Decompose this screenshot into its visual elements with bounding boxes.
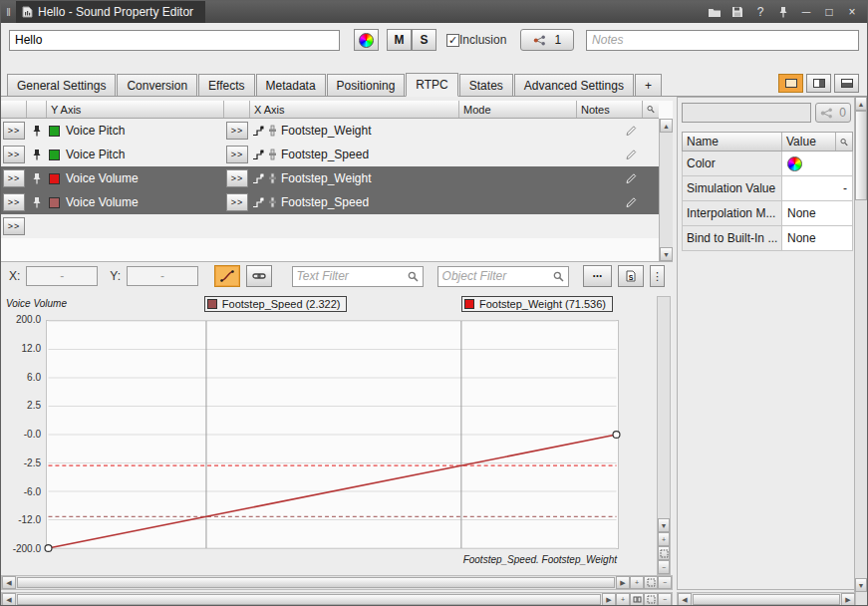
header-mode[interactable]: Mode — [459, 101, 577, 118]
minimize-icon[interactable]: ─ — [798, 4, 814, 20]
fit-view-icon[interactable] — [644, 593, 658, 606]
notes-cell[interactable] — [577, 172, 643, 184]
object-filter-input[interactable] — [442, 269, 550, 283]
header-notes[interactable]: Notes — [577, 101, 643, 118]
scroll-track[interactable] — [16, 576, 616, 589]
edit-notes-icon[interactable] — [625, 196, 637, 208]
rtpc-cursor-label[interactable]: Footstep_Speed (2.322) — [204, 296, 348, 312]
header-value[interactable]: Value — [782, 133, 836, 151]
property-value[interactable]: None — [781, 226, 853, 251]
rtpc-row-selected[interactable]: >> Voice Volume >> Footstep_Weight — [1, 166, 659, 190]
expand-row-button[interactable]: >> — [3, 193, 25, 211]
tab-general-settings[interactable]: General Settings — [7, 74, 116, 96]
rtpc-table-scrollbar[interactable]: ▲ ▼ — [659, 119, 673, 261]
table-search-icon[interactable] — [643, 101, 659, 118]
tab-add[interactable]: + — [635, 74, 662, 96]
scroll-right-icon[interactable]: ▶ — [602, 593, 616, 606]
tab-rtpc[interactable]: RTPC — [406, 73, 457, 97]
property-share-button[interactable]: 0 — [815, 103, 851, 123]
panel-horizontal-scrollbar[interactable]: ◀ ▶ — [677, 592, 856, 606]
pin-icon[interactable] — [27, 149, 47, 160]
header-y-axis[interactable]: Y Axis — [47, 101, 224, 118]
rtpc-row-empty[interactable]: >> — [1, 214, 659, 238]
link-axes-button[interactable] — [246, 265, 272, 287]
scroll-left-icon[interactable]: ◀ — [2, 576, 16, 589]
scroll-track[interactable] — [16, 593, 602, 606]
mute-button[interactable]: M — [387, 29, 412, 51]
pin-icon[interactable] — [27, 125, 47, 137]
object-name-input[interactable] — [9, 30, 340, 51]
zoom-out-icon[interactable]: − — [658, 576, 672, 589]
tab-effects[interactable]: Effects — [198, 74, 254, 96]
scroll-track[interactable] — [658, 297, 670, 518]
zoom-in-icon[interactable]: + — [616, 593, 630, 606]
object-filter-box[interactable] — [437, 266, 569, 287]
scroll-track[interactable] — [692, 593, 841, 606]
maximize-icon[interactable]: □ — [821, 4, 837, 20]
zoom-in-icon[interactable]: + — [658, 532, 670, 546]
expand-x-button[interactable]: >> — [226, 169, 248, 187]
scroll-track[interactable] — [660, 133, 673, 247]
scroll-left-icon[interactable]: ◀ — [678, 593, 692, 606]
edit-notes-icon[interactable] — [625, 125, 637, 137]
graph-vertical-scrollbar[interactable]: ▼ + − — [657, 296, 671, 575]
expand-x-button[interactable]: >> — [226, 122, 248, 140]
scroll-thumb[interactable] — [693, 594, 840, 605]
plot-area[interactable] — [46, 320, 619, 549]
graph-horizontal-scrollbar[interactable]: ◀ ▶ + − — [1, 575, 673, 590]
tab-states[interactable]: States — [459, 74, 513, 96]
color-picker-button[interactable] — [354, 29, 379, 51]
expand-row-button[interactable]: >> — [3, 122, 25, 140]
text-filter-input[interactable] — [297, 269, 405, 283]
window-vertical-scrollbar[interactable]: ▲ ▼ — [854, 97, 867, 592]
fit-width-icon[interactable] — [630, 593, 644, 606]
scroll-thumb[interactable] — [17, 594, 601, 605]
scroll-right-icon[interactable]: ▶ — [616, 576, 630, 589]
tab-conversion[interactable]: Conversion — [117, 74, 197, 96]
property-search-input[interactable] — [682, 103, 811, 123]
edit-notes-icon[interactable] — [625, 172, 637, 184]
notes-input[interactable] — [586, 30, 859, 51]
open-file-icon[interactable] — [707, 4, 723, 20]
rtpc-row[interactable]: >> Voice Pitch >> Footstep_Weight — [1, 119, 659, 143]
more-options-button[interactable]: ... — [583, 265, 613, 287]
table-search-icon[interactable] — [836, 133, 852, 151]
y-coordinate-input[interactable] — [127, 266, 198, 286]
expand-row-button[interactable]: >> — [3, 169, 25, 187]
x-coordinate-input[interactable] — [26, 266, 98, 286]
tab-metadata[interactable]: Metadata — [256, 74, 326, 96]
inclusion-checkbox[interactable]: ✓ — [446, 34, 459, 47]
scroll-track[interactable] — [855, 200, 867, 578]
menu-dots-button[interactable]: ⋮ — [650, 265, 665, 287]
edit-notes-icon[interactable] — [625, 149, 637, 160]
scroll-down-icon[interactable]: ▼ — [660, 247, 673, 261]
notes-cell[interactable] — [577, 149, 643, 160]
doc-s-button[interactable]: S — [618, 265, 644, 287]
curve-mode-toggle[interactable] — [214, 265, 240, 287]
view-mode-split-horizontal-button[interactable] — [834, 74, 859, 93]
save-icon[interactable] — [729, 4, 745, 20]
color-wheel-icon[interactable] — [787, 156, 802, 171]
header-x-axis[interactable]: X Axis — [250, 101, 459, 118]
zoom-out-icon[interactable]: − — [658, 593, 672, 606]
property-value[interactable]: None — [781, 201, 853, 226]
expand-row-button[interactable]: >> — [3, 217, 25, 235]
solo-button[interactable]: S — [412, 29, 436, 51]
property-value[interactable]: - — [781, 176, 853, 201]
rtpc-row[interactable]: >> Voice Pitch >> Footstep_Speed — [1, 143, 659, 166]
pin-icon[interactable] — [27, 172, 47, 184]
scroll-thumb[interactable] — [855, 111, 867, 200]
header-name[interactable]: Name — [683, 133, 782, 151]
scroll-up-icon[interactable]: ▲ — [855, 97, 867, 111]
scroll-left-icon[interactable]: ◀ — [2, 593, 16, 606]
help-icon[interactable]: ? — [752, 4, 768, 20]
view-mode-full-button[interactable] — [778, 74, 803, 93]
expand-x-button[interactable]: >> — [226, 146, 248, 163]
tab-positioning[interactable]: Positioning — [327, 74, 406, 96]
zoom-in-icon[interactable]: + — [630, 576, 644, 589]
scroll-down-icon[interactable]: ▼ — [855, 578, 867, 592]
notes-cell[interactable] — [577, 125, 643, 137]
pin-icon[interactable] — [27, 196, 47, 208]
scroll-thumb[interactable] — [17, 577, 615, 588]
rtpc-row-selected[interactable]: >> Voice Volume >> Footstep_Speed — [1, 190, 659, 214]
